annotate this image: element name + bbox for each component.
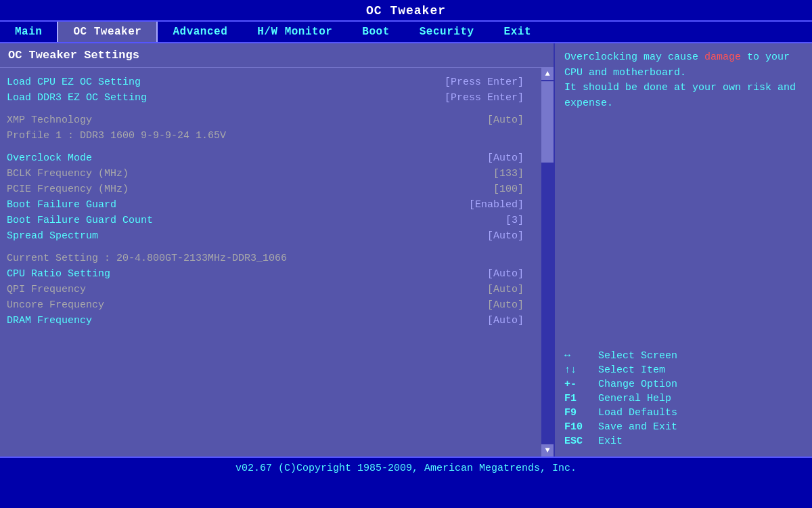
title-bar: OC Tweaker	[0, 0, 812, 20]
nav-item-main[interactable]: Main	[0, 22, 57, 42]
key-hint-row: +-Change Option	[564, 379, 803, 390]
key-hint-desc: Change Option	[598, 379, 677, 390]
setting-row[interactable]: CPU Ratio Setting[Auto]	[7, 266, 540, 282]
key-hint-desc: Select Screen	[598, 350, 677, 362]
setting-label: PCIE Frequency (MHz)	[7, 184, 129, 195]
main-content: OC Tweaker Settings Load CPU EZ OC Setti…	[0, 43, 812, 457]
setting-label: Overclock Mode	[7, 152, 92, 164]
setting-value: [3]	[505, 215, 524, 226]
help-text: Overclocking may cause damage to your CP…	[564, 50, 803, 111]
setting-label: QPI Frequency	[7, 284, 86, 295]
setting-row: Uncore Frequency[Auto]	[7, 297, 540, 313]
setting-label: Load CPU EZ OC Setting	[7, 77, 141, 88]
footer-text: v02.67 (C)Copyright 1985-2009, American …	[235, 463, 577, 474]
scrollbar-down-arrow[interactable]: ▼	[541, 444, 554, 457]
setting-value: [100]	[493, 184, 524, 195]
setting-label: Spread Spectrum	[7, 230, 98, 242]
key-hint-row: ↔Select Screen	[564, 350, 803, 362]
left-panel-body: Load CPU EZ OC Setting[Press Enter]Load …	[0, 68, 554, 457]
nav-item-oc-tweaker[interactable]: OC Tweaker	[57, 22, 158, 42]
setting-value: [Auto]	[487, 230, 524, 242]
settings-spacer	[7, 244, 540, 251]
setting-label: Current Setting : 20-4.800GT-2133MHz-DDR…	[7, 253, 287, 264]
key-hint-key: ↑↓	[564, 364, 598, 376]
key-hint-desc: Save and Exit	[598, 421, 677, 433]
setting-row[interactable]: Overclock Mode[Auto]	[7, 150, 540, 166]
scrollbar[interactable]: ▲ ▼	[541, 68, 554, 457]
setting-value: [Press Enter]	[445, 77, 524, 88]
key-hint-row: ↑↓Select Item	[564, 364, 803, 376]
key-hint-key: F9	[564, 407, 598, 419]
setting-row[interactable]: Load DDR3 EZ OC Setting[Press Enter]	[7, 90, 540, 106]
setting-value: [133]	[493, 168, 524, 179]
setting-value: [Auto]	[487, 284, 524, 295]
key-hint-row: F1General Help	[564, 393, 803, 404]
left-panel-header: OC Tweaker Settings	[0, 43, 554, 68]
settings-spacer	[7, 106, 540, 112]
setting-label: XMP Technology	[7, 114, 92, 126]
setting-label: DRAM Frequency	[7, 315, 92, 326]
setting-row[interactable]: Boot Failure Guard Count[3]	[7, 213, 540, 228]
setting-row: PCIE Frequency (MHz)[100]	[7, 182, 540, 197]
key-hints: ↔Select Screen↑↓Select Item+-Change Opti…	[564, 350, 803, 450]
setting-row[interactable]: Boot Failure Guard[Enabled]	[7, 197, 540, 213]
key-hint-row: F10Save and Exit	[564, 421, 803, 433]
key-hint-row: ESCExit	[564, 436, 803, 447]
key-hint-row: F9Load Defaults	[564, 407, 803, 419]
setting-row: QPI Frequency[Auto]	[7, 282, 540, 297]
nav-item-advanced[interactable]: Advanced	[158, 22, 242, 42]
setting-label: Boot Failure Guard Count	[7, 215, 153, 226]
settings-list: Load CPU EZ OC Setting[Press Enter]Load …	[0, 72, 554, 331]
left-panel: OC Tweaker Settings Load CPU EZ OC Setti…	[0, 43, 555, 457]
setting-value: [Auto]	[487, 268, 524, 280]
setting-row: Profile 1 : DDR3 1600 9-9-9-24 1.65V	[7, 128, 540, 144]
right-panel: Overclocking may cause damage to your CP…	[555, 43, 812, 457]
setting-row: Current Setting : 20-4.800GT-2133MHz-DDR…	[7, 251, 540, 266]
nav-bar: MainOC TweakerAdvancedH/W MonitorBootSec…	[0, 20, 812, 43]
damage-word: damage	[704, 51, 741, 63]
setting-label: Load DDR3 EZ OC Setting	[7, 92, 147, 104]
key-hint-desc: General Help	[598, 393, 671, 404]
key-hint-key: ESC	[564, 436, 598, 447]
setting-value: [Auto]	[487, 299, 524, 311]
key-hint-key: ↔	[564, 350, 598, 362]
nav-item-security[interactable]: Security	[405, 22, 489, 42]
scrollbar-thumb[interactable]	[541, 81, 554, 163]
nav-item-h-w-monitor[interactable]: H/W Monitor	[242, 22, 347, 42]
setting-row[interactable]: DRAM Frequency[Auto]	[7, 313, 540, 329]
setting-value: [Auto]	[487, 315, 524, 326]
setting-value: [Press Enter]	[445, 92, 524, 104]
nav-item-boot[interactable]: Boot	[347, 22, 404, 42]
setting-label: CPU Ratio Setting	[7, 268, 110, 280]
setting-value: [Auto]	[487, 114, 524, 126]
key-hint-desc: Load Defaults	[598, 407, 677, 419]
app-title: OC Tweaker	[366, 4, 446, 18]
setting-label: Boot Failure Guard	[7, 199, 116, 211]
setting-value: [Auto]	[487, 152, 524, 164]
setting-value: [Enabled]	[469, 199, 524, 211]
key-hint-desc: Select Item	[598, 364, 665, 376]
key-hint-key: F10	[564, 421, 598, 433]
setting-row[interactable]: Load CPU EZ OC Setting[Press Enter]	[7, 75, 540, 90]
settings-spacer	[7, 144, 540, 150]
key-hint-key: +-	[564, 379, 598, 390]
setting-row[interactable]: Spread Spectrum[Auto]	[7, 228, 540, 244]
setting-label: BCLK Frequency (MHz)	[7, 168, 129, 179]
scrollbar-up-arrow[interactable]: ▲	[541, 68, 554, 80]
setting-label: Uncore Frequency	[7, 299, 104, 311]
footer: v02.67 (C)Copyright 1985-2009, American …	[0, 457, 812, 479]
key-hint-key: F1	[564, 393, 598, 404]
setting-row: BCLK Frequency (MHz)[133]	[7, 166, 540, 182]
setting-row: XMP Technology[Auto]	[7, 112, 540, 128]
setting-label: Profile 1 : DDR3 1600 9-9-9-24 1.65V	[7, 130, 226, 142]
key-hint-desc: Exit	[598, 436, 623, 447]
nav-item-exit[interactable]: Exit	[489, 22, 546, 42]
